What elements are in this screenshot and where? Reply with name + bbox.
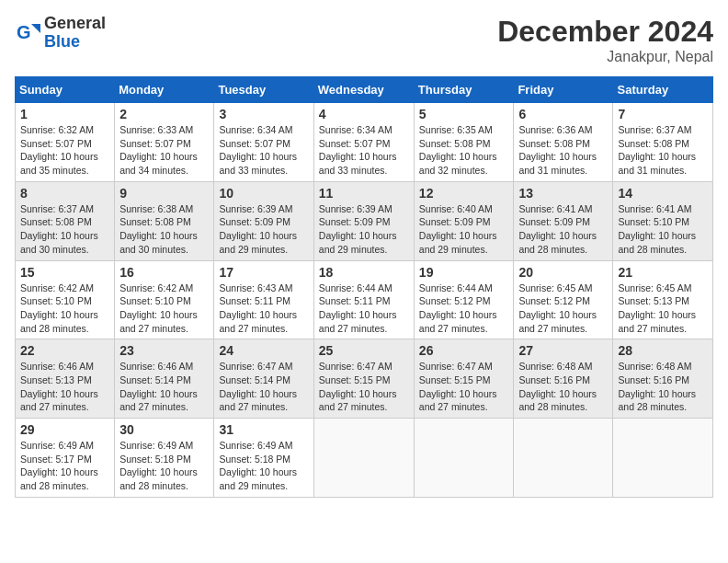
day-info: Sunrise: 6:44 AM Sunset: 5:12 PM Dayligh… (419, 282, 509, 336)
calendar-cell: 18Sunrise: 6:44 AM Sunset: 5:11 PM Dayli… (313, 260, 414, 339)
day-info: Sunrise: 6:49 AM Sunset: 5:18 PM Dayligh… (119, 439, 209, 493)
calendar-cell: 28Sunrise: 6:48 AM Sunset: 5:16 PM Dayli… (613, 339, 713, 419)
calendar-cell (613, 419, 713, 498)
day-number: 27 (518, 343, 608, 358)
day-info: Sunrise: 6:37 AM Sunset: 5:08 PM Dayligh… (618, 123, 708, 178)
day-info: Sunrise: 6:35 AM Sunset: 5:08 PM Dayligh… (419, 123, 509, 178)
day-info: Sunrise: 6:42 AM Sunset: 5:10 PM Dayligh… (20, 282, 109, 336)
day-number: 10 (219, 186, 308, 201)
day-number: 11 (319, 186, 409, 201)
day-info: Sunrise: 6:34 AM Sunset: 5:07 PM Dayligh… (319, 123, 409, 178)
day-number: 15 (20, 265, 109, 280)
day-info: Sunrise: 6:41 AM Sunset: 5:10 PM Dayligh… (618, 202, 708, 257)
weekday-header-thursday: Thursday (414, 77, 514, 103)
day-number: 24 (219, 343, 308, 358)
week-row-2: 8Sunrise: 6:37 AM Sunset: 5:08 PM Daylig… (16, 181, 713, 260)
calendar-cell: 17Sunrise: 6:43 AM Sunset: 5:11 PM Dayli… (214, 260, 313, 339)
calendar-cell: 3Sunrise: 6:34 AM Sunset: 5:07 PM Daylig… (214, 103, 313, 182)
calendar-table: SundayMondayTuesdayWednesdayThursdayFrid… (15, 76, 713, 498)
day-info: Sunrise: 6:47 AM Sunset: 5:15 PM Dayligh… (319, 360, 409, 414)
calendar-cell: 5Sunrise: 6:35 AM Sunset: 5:08 PM Daylig… (414, 103, 514, 182)
calendar-cell: 2Sunrise: 6:33 AM Sunset: 5:07 PM Daylig… (115, 103, 214, 182)
calendar-cell (414, 419, 514, 498)
day-info: Sunrise: 6:33 AM Sunset: 5:07 PM Dayligh… (119, 123, 209, 178)
day-number: 2 (119, 107, 209, 121)
day-number: 1 (20, 107, 109, 121)
day-number: 23 (119, 343, 209, 358)
day-info: Sunrise: 6:43 AM Sunset: 5:11 PM Dayligh… (219, 282, 308, 336)
day-info: Sunrise: 6:46 AM Sunset: 5:14 PM Dayligh… (119, 360, 209, 414)
day-info: Sunrise: 6:45 AM Sunset: 5:12 PM Dayligh… (518, 282, 608, 336)
day-number: 7 (618, 107, 708, 121)
day-number: 5 (419, 107, 509, 121)
weekday-header-tuesday: Tuesday (214, 77, 313, 103)
logo-icon: G (15, 20, 40, 46)
day-number: 21 (618, 265, 708, 280)
calendar-cell: 12Sunrise: 6:40 AM Sunset: 5:09 PM Dayli… (414, 181, 514, 260)
calendar-cell (313, 419, 414, 498)
logo-line2: Blue (44, 33, 106, 52)
calendar-cell: 15Sunrise: 6:42 AM Sunset: 5:10 PM Dayli… (16, 260, 115, 339)
calendar-cell: 13Sunrise: 6:41 AM Sunset: 5:09 PM Dayli… (514, 181, 613, 260)
day-info: Sunrise: 6:49 AM Sunset: 5:17 PM Dayligh… (20, 439, 109, 493)
calendar-cell: 4Sunrise: 6:34 AM Sunset: 5:07 PM Daylig… (313, 103, 414, 182)
day-info: Sunrise: 6:32 AM Sunset: 5:07 PM Dayligh… (20, 123, 109, 178)
day-number: 20 (518, 265, 608, 280)
calendar-cell: 20Sunrise: 6:45 AM Sunset: 5:12 PM Dayli… (514, 260, 613, 339)
calendar-cell: 10Sunrise: 6:39 AM Sunset: 5:09 PM Dayli… (214, 181, 313, 260)
logo-line1: General (44, 15, 106, 33)
calendar-cell: 21Sunrise: 6:45 AM Sunset: 5:13 PM Dayli… (613, 260, 713, 339)
day-number: 26 (419, 343, 509, 358)
calendar-cell (514, 419, 613, 498)
calendar-cell: 26Sunrise: 6:47 AM Sunset: 5:15 PM Dayli… (414, 339, 514, 419)
calendar-cell: 14Sunrise: 6:41 AM Sunset: 5:10 PM Dayli… (613, 181, 713, 260)
month-title: December 2024 (497, 15, 713, 49)
day-info: Sunrise: 6:39 AM Sunset: 5:09 PM Dayligh… (319, 202, 409, 257)
weekday-header-wednesday: Wednesday (313, 77, 414, 103)
title-block: December 2024 Janakpur, Nepal (497, 15, 713, 65)
day-number: 19 (419, 265, 509, 280)
svg-text:G: G (17, 22, 31, 42)
weekday-header-monday: Monday (115, 77, 214, 103)
day-info: Sunrise: 6:38 AM Sunset: 5:08 PM Dayligh… (119, 202, 209, 257)
day-info: Sunrise: 6:34 AM Sunset: 5:07 PM Dayligh… (219, 123, 308, 178)
day-info: Sunrise: 6:44 AM Sunset: 5:11 PM Dayligh… (319, 282, 409, 336)
day-info: Sunrise: 6:39 AM Sunset: 5:09 PM Dayligh… (219, 202, 308, 257)
calendar-cell: 23Sunrise: 6:46 AM Sunset: 5:14 PM Dayli… (115, 339, 214, 419)
day-number: 17 (219, 265, 308, 280)
day-number: 9 (119, 186, 209, 201)
calendar-cell: 9Sunrise: 6:38 AM Sunset: 5:08 PM Daylig… (115, 181, 214, 260)
day-info: Sunrise: 6:48 AM Sunset: 5:16 PM Dayligh… (518, 360, 608, 414)
day-number: 22 (20, 343, 109, 358)
day-number: 25 (319, 343, 409, 358)
calendar-cell: 16Sunrise: 6:42 AM Sunset: 5:10 PM Dayli… (115, 260, 214, 339)
logo: G General Blue (15, 15, 106, 52)
weekday-header-row: SundayMondayTuesdayWednesdayThursdayFrid… (16, 77, 713, 103)
day-info: Sunrise: 6:37 AM Sunset: 5:08 PM Dayligh… (20, 202, 109, 257)
calendar-cell: 27Sunrise: 6:48 AM Sunset: 5:16 PM Dayli… (514, 339, 613, 419)
weekday-header-saturday: Saturday (613, 77, 713, 103)
day-info: Sunrise: 6:45 AM Sunset: 5:13 PM Dayligh… (618, 282, 708, 336)
day-info: Sunrise: 6:47 AM Sunset: 5:14 PM Dayligh… (219, 360, 308, 414)
day-number: 8 (20, 186, 109, 201)
day-number: 30 (119, 422, 209, 437)
calendar-cell: 8Sunrise: 6:37 AM Sunset: 5:08 PM Daylig… (16, 181, 115, 260)
day-info: Sunrise: 6:48 AM Sunset: 5:16 PM Dayligh… (618, 360, 708, 414)
day-number: 29 (20, 422, 109, 437)
day-info: Sunrise: 6:40 AM Sunset: 5:09 PM Dayligh… (419, 202, 509, 257)
day-number: 4 (319, 107, 409, 121)
calendar-cell: 7Sunrise: 6:37 AM Sunset: 5:08 PM Daylig… (613, 103, 713, 182)
day-info: Sunrise: 6:41 AM Sunset: 5:09 PM Dayligh… (518, 202, 608, 257)
day-number: 18 (319, 265, 409, 280)
week-row-5: 29Sunrise: 6:49 AM Sunset: 5:17 PM Dayli… (16, 419, 713, 498)
day-number: 31 (219, 422, 308, 437)
day-number: 14 (618, 186, 708, 201)
calendar-cell: 19Sunrise: 6:44 AM Sunset: 5:12 PM Dayli… (414, 260, 514, 339)
weekday-header-sunday: Sunday (16, 77, 115, 103)
page-header: G General Blue December 2024 Janakpur, N… (15, 15, 713, 65)
calendar-cell: 22Sunrise: 6:46 AM Sunset: 5:13 PM Dayli… (16, 339, 115, 419)
day-info: Sunrise: 6:46 AM Sunset: 5:13 PM Dayligh… (20, 360, 109, 414)
day-number: 6 (518, 107, 608, 121)
calendar-cell: 31Sunrise: 6:49 AM Sunset: 5:18 PM Dayli… (214, 419, 313, 498)
calendar-cell: 24Sunrise: 6:47 AM Sunset: 5:14 PM Dayli… (214, 339, 313, 419)
